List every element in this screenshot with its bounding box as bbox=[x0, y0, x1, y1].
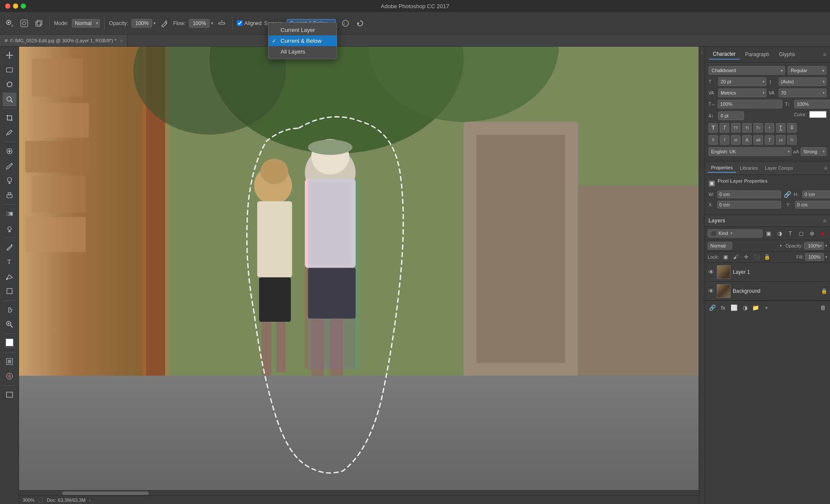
style-italic[interactable]: T bbox=[720, 123, 729, 133]
scale-v-input[interactable] bbox=[794, 100, 830, 108]
screen-mode-btn[interactable] bbox=[3, 388, 16, 402]
channel-view-btn[interactable] bbox=[3, 355, 16, 368]
opacity-input[interactable] bbox=[131, 19, 152, 28]
color-swatches[interactable] bbox=[3, 336, 16, 350]
tab-layer-comps[interactable]: Layer Comps bbox=[761, 164, 796, 172]
crop-tool[interactable] bbox=[3, 111, 16, 125]
tab-properties[interactable]: Properties bbox=[708, 163, 736, 173]
delete-layer-btn[interactable]: 🗑 bbox=[818, 303, 827, 312]
clone-stamp-tool[interactable] bbox=[3, 174, 16, 187]
panel-expand-btn[interactable]: ‹ bbox=[699, 47, 705, 504]
mode-select-wrap[interactable]: Normal bbox=[72, 19, 100, 28]
style-small-caps[interactable]: Tt bbox=[742, 123, 752, 133]
fill-value[interactable] bbox=[805, 253, 824, 261]
glyph-f[interactable]: f bbox=[720, 135, 729, 145]
tab-paragraph[interactable]: Paragraph bbox=[741, 50, 774, 59]
move-tool[interactable] bbox=[3, 48, 16, 62]
tab-character[interactable]: Character bbox=[709, 49, 740, 60]
close-button[interactable] bbox=[5, 3, 10, 9]
font-size-input[interactable] bbox=[718, 77, 766, 86]
filter-type-btn[interactable]: T bbox=[785, 228, 795, 238]
font-family-select[interactable]: Chalkboard bbox=[709, 66, 785, 75]
gradient-tool[interactable] bbox=[3, 207, 16, 221]
character-panel-collapse[interactable]: ≡ bbox=[823, 51, 827, 58]
new-group-btn[interactable]: 📁 bbox=[751, 303, 760, 312]
aligned-checkbox[interactable] bbox=[237, 20, 243, 26]
mode-select[interactable]: Normal bbox=[72, 19, 100, 28]
w-input[interactable] bbox=[717, 190, 781, 198]
pressure-icon[interactable] bbox=[216, 17, 228, 29]
filter-active-btn[interactable]: ● bbox=[818, 228, 827, 238]
shape-tool[interactable] bbox=[3, 284, 16, 298]
lock-transparent-btn[interactable]: ▣ bbox=[721, 253, 729, 261]
glyph-st[interactable]: st bbox=[731, 135, 741, 145]
maximize-button[interactable] bbox=[21, 3, 26, 9]
link-layers-btn[interactable]: 🔗 bbox=[708, 303, 717, 312]
tracking-input[interactable] bbox=[779, 89, 827, 97]
flow-input[interactable] bbox=[189, 19, 210, 28]
filter-adjustment-btn[interactable]: ◑ bbox=[775, 228, 784, 238]
baseline-input[interactable] bbox=[718, 111, 744, 120]
background-visibility[interactable]: 👁 bbox=[708, 288, 715, 295]
new-layer-btn[interactable]: + bbox=[762, 303, 771, 312]
opacity-value[interactable] bbox=[804, 242, 824, 250]
style-bold[interactable]: T bbox=[709, 123, 718, 133]
dodge-tool[interactable] bbox=[3, 222, 16, 235]
layers-collapse-btn[interactable]: ≡ bbox=[823, 217, 827, 224]
minimize-button[interactable] bbox=[13, 3, 18, 9]
background-color[interactable] bbox=[6, 339, 13, 346]
filter-shape-btn[interactable]: ◻ bbox=[796, 228, 806, 238]
glyph-a-caps[interactable]: A bbox=[742, 135, 752, 145]
quick-mask-btn[interactable] bbox=[3, 369, 16, 383]
lock-all-btn[interactable]: 🔒 bbox=[763, 253, 771, 261]
brush-options-icon[interactable] bbox=[18, 17, 30, 29]
airbrush-icon[interactable] bbox=[158, 17, 170, 29]
text-tool[interactable]: T bbox=[3, 255, 16, 269]
glyph-t-frac[interactable]: T bbox=[765, 135, 774, 145]
pen-tool[interactable] bbox=[3, 240, 16, 254]
leading-input[interactable] bbox=[779, 77, 827, 86]
filter-pixel-btn[interactable]: ▣ bbox=[764, 228, 773, 238]
doc-tab[interactable]: ⊗ © IMG_0529-Edit.jpg @ 300% (Layer 1, R… bbox=[0, 35, 128, 46]
language-select[interactable]: English: UK bbox=[709, 147, 792, 156]
clone-source-icon[interactable] bbox=[33, 17, 45, 29]
font-style-select[interactable]: Regular bbox=[788, 66, 827, 75]
glyph-fraction[interactable]: ½ bbox=[787, 135, 797, 145]
style-superscript[interactable]: T+ bbox=[753, 123, 763, 133]
eraser-tool[interactable] bbox=[3, 188, 16, 202]
lock-artboard-btn[interactable]: ⬛ bbox=[753, 253, 760, 261]
layers-kind-filter[interactable]: ⬛ Kind ▾ bbox=[708, 229, 763, 238]
glyph-fi[interactable]: fi bbox=[709, 135, 718, 145]
glyph-a-lower[interactable]: aā bbox=[753, 135, 763, 145]
healing-brush-tool[interactable] bbox=[3, 144, 16, 158]
layer-item-background[interactable]: 👁 Background 🔒 bbox=[705, 282, 830, 301]
style-underline[interactable]: T bbox=[776, 123, 785, 133]
style-all-caps[interactable]: TT bbox=[731, 123, 741, 133]
zoom-tool[interactable] bbox=[3, 317, 16, 331]
scrollbar-thumb[interactable] bbox=[62, 491, 149, 495]
hand-tool[interactable] bbox=[3, 303, 16, 317]
layer-style-btn[interactable]: fx bbox=[718, 303, 728, 312]
lock-paint-btn[interactable]: 🖌 bbox=[732, 253, 740, 261]
clone-overlay-icon[interactable]: i bbox=[339, 17, 351, 29]
tab-libraries[interactable]: Libraries bbox=[736, 164, 761, 172]
sample-dropdown[interactable]: Current Layer ✓ Current & Below All Laye… bbox=[268, 22, 337, 59]
doc-tab-close[interactable]: ⊗ bbox=[4, 38, 8, 43]
properties-panel-collapse[interactable]: ≡ bbox=[824, 165, 827, 171]
style-subscript[interactable]: T bbox=[765, 123, 774, 133]
horizontal-scrollbar[interactable] bbox=[19, 490, 699, 495]
x-input[interactable] bbox=[717, 201, 781, 209]
blend-mode-select[interactable]: Normal bbox=[708, 242, 732, 250]
aa-select[interactable]: Strong bbox=[801, 147, 827, 156]
select-rect-tool[interactable] bbox=[3, 63, 16, 77]
brush-tool[interactable] bbox=[3, 159, 16, 173]
y-input[interactable] bbox=[795, 201, 830, 209]
add-mask-btn[interactable]: ⬜ bbox=[729, 303, 739, 312]
canvas-area[interactable]: 300% ◯ Doc: 63,3M/63,3M › bbox=[19, 47, 699, 504]
quick-select-tool[interactable] bbox=[3, 92, 16, 106]
style-strikethrough[interactable]: T bbox=[787, 123, 797, 133]
scale-h-input[interactable] bbox=[718, 100, 782, 108]
lock-move-btn[interactable]: ✛ bbox=[742, 253, 750, 261]
dropdown-item-current-below[interactable]: ✓ Current & Below bbox=[268, 35, 337, 46]
kerning-input[interactable] bbox=[718, 89, 766, 97]
